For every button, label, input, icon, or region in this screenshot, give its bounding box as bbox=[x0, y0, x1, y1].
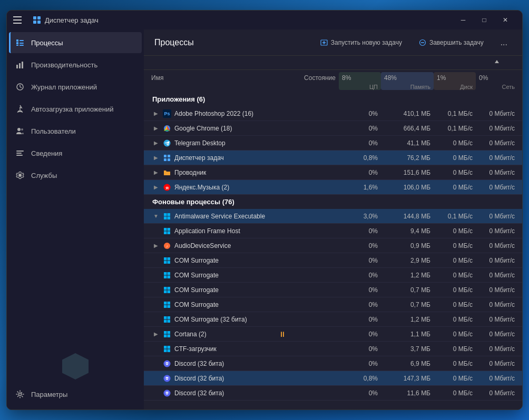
minimize-button[interactable]: ─ bbox=[453, 13, 474, 27]
col-mem-header[interactable]: 48% Память bbox=[381, 72, 434, 90]
col-cpu-header[interactable]: 8% ЦП bbox=[339, 72, 381, 90]
table-row[interactable]: ▶ Я Яндекс.Музыка (2) 1,6% 106,0 МБ 0 МБ… bbox=[144, 180, 522, 195]
table-row[interactable]: ▶ Discord (32 бита) 0,8% bbox=[144, 371, 522, 386]
discord-icon bbox=[163, 359, 171, 368]
svg-rect-0 bbox=[33, 16, 36, 19]
sidebar-item-processes[interactable]: Процессы bbox=[9, 32, 142, 53]
end-task-button[interactable]: Завершить задачу bbox=[415, 37, 488, 48]
table-row[interactable]: ▶ ♪ AudioDeviceService 0% 0,9 МБ 0 МБ/с bbox=[144, 238, 522, 253]
table-row[interactable]: ▶ Discord (32 бита) 0% bbox=[144, 356, 522, 371]
sidebar-label-processes: Процессы bbox=[31, 39, 63, 47]
table-row[interactable]: ▶ COM Surrogate 0% 2,9 bbox=[144, 253, 522, 268]
process-name-cell: ▶ COM Surrogate bbox=[148, 256, 276, 265]
mem-cell: 2,9 МБ bbox=[381, 257, 434, 264]
sidebar-item-users[interactable]: Пользователи bbox=[9, 121, 142, 142]
table-row[interactable]: ▶ Ps Adobe Photoshop 2022 (16) 0% 410,1 … bbox=[144, 106, 522, 121]
svg-rect-55 bbox=[164, 287, 167, 290]
task-manager-window: Диспетчер задач ─ □ ✕ bbox=[6, 10, 523, 410]
hamburger-menu[interactable] bbox=[13, 13, 28, 27]
disk-cell: 0 МБ/с bbox=[434, 286, 476, 294]
expand-icon[interactable]: ▶ bbox=[152, 169, 160, 176]
main-content: Процессы Производительность bbox=[7, 29, 522, 409]
svg-rect-4 bbox=[16, 39, 18, 42]
svg-rect-70 bbox=[168, 334, 171, 337]
mem-cell: 147,3 МБ bbox=[381, 375, 434, 382]
expand-icon[interactable]: ▶ bbox=[152, 242, 160, 249]
col-status-header[interactable]: Состояние bbox=[276, 72, 339, 90]
svg-rect-71 bbox=[164, 346, 167, 349]
svg-rect-7 bbox=[19, 43, 24, 44]
table-row[interactable]: ▶ COM Surrogate 0% 0,7 bbox=[144, 283, 522, 297]
process-table[interactable]: Имя Состояние 8% ЦП 48% Память 1% Диск bbox=[144, 56, 522, 409]
disk-cell: 0 МБ/с bbox=[434, 345, 476, 353]
svg-rect-40 bbox=[168, 216, 171, 219]
close-button[interactable]: ✕ bbox=[495, 13, 516, 27]
net-cell: 0 Мбит/с bbox=[476, 139, 518, 147]
settings-icon bbox=[15, 389, 25, 399]
expand-icon[interactable]: ▶ bbox=[152, 154, 160, 162]
col-name-header[interactable]: Имя bbox=[148, 72, 276, 90]
sidebar-item-apphistory[interactable]: Журнал приложений bbox=[9, 76, 142, 97]
sidebar-label-history: Журнал приложений bbox=[31, 83, 97, 91]
table-row[interactable]: ▶ Google Chrome (18) bbox=[144, 121, 522, 136]
expand-icon[interactable]: ▶ bbox=[152, 125, 160, 132]
table-row[interactable]: ▶ COM Surrogate (32 бита) 0% bbox=[144, 312, 522, 327]
expand-icon[interactable]: ▼ bbox=[152, 213, 160, 220]
process-name-cell: ▶ Ps Adobe Photoshop 2022 (16) bbox=[148, 109, 276, 118]
table-row[interactable]: ▶ Диспетчер задач 0,8% bbox=[144, 151, 522, 165]
process-name-cell: ▶ Telegram Desktop bbox=[148, 139, 276, 147]
process-name-cell: ▶ Диспетчер задач bbox=[148, 154, 276, 162]
table-row[interactable]: ▶ CTF-загрузчик 0% 3,7 bbox=[144, 342, 522, 356]
cpu-cell: 0% bbox=[339, 272, 381, 279]
sidebar-item-services[interactable]: Службы bbox=[9, 165, 142, 186]
mem-cell: 41,1 МБ bbox=[381, 139, 434, 147]
col-disk-header[interactable]: 1% Диск bbox=[434, 72, 476, 90]
svg-rect-3 bbox=[37, 21, 41, 24]
disk-cell: 0,1 МБ/с bbox=[434, 110, 476, 117]
expand-icon[interactable]: ▶ bbox=[152, 184, 160, 191]
svg-point-17 bbox=[21, 128, 23, 131]
table-row[interactable]: ▶ Telegram Desktop 0% 41,1 МБ bbox=[144, 136, 522, 151]
table-row[interactable]: ▶ Проводник 0% 151,6 МБ 0 МБ/с 0 Мбит/с bbox=[144, 165, 522, 180]
table-row[interactable]: ▶ Application Frame Host 0% bbox=[144, 224, 522, 238]
more-options-button[interactable]: ... bbox=[496, 36, 512, 49]
sort-indicator bbox=[476, 58, 518, 67]
users-icon bbox=[15, 126, 25, 136]
background-section-header[interactable]: Фоновые процессы (76) bbox=[144, 195, 522, 209]
disk-cell: 0 МБ/с bbox=[434, 331, 476, 338]
sidebar-item-settings[interactable]: Параметры bbox=[9, 384, 142, 405]
col-net-header[interactable]: 0% Сеть bbox=[476, 72, 518, 90]
svg-rect-43 bbox=[164, 231, 167, 234]
svg-rect-47 bbox=[164, 257, 167, 261]
table-row[interactable]: ▶ COM Surrogate 0% 1,2 bbox=[144, 268, 522, 283]
mem-cell: 11,6 МБ bbox=[381, 389, 434, 397]
svg-rect-53 bbox=[164, 275, 167, 278]
sidebar-item-performance[interactable]: Производительность bbox=[9, 54, 142, 75]
new-task-button[interactable]: Запустить новую задачу bbox=[316, 37, 406, 48]
sidebar-item-startup[interactable]: Автозагрузка приложений bbox=[9, 98, 142, 119]
expand-icon[interactable]: ▶ bbox=[152, 139, 160, 147]
table-row[interactable]: ▶ COM Surrogate 0% 0,7 bbox=[144, 297, 522, 312]
apps-section-header[interactable]: Приложения (6) bbox=[144, 92, 522, 106]
net-cell: 0 Мбит/с bbox=[476, 389, 518, 397]
expand-icon[interactable]: ▶ bbox=[152, 331, 160, 338]
table-row[interactable]: ▶ Discord (32 бита) 0% bbox=[144, 386, 522, 401]
svg-point-16 bbox=[17, 128, 21, 131]
maximize-button[interactable]: □ bbox=[474, 13, 495, 27]
svg-rect-10 bbox=[16, 65, 18, 68]
table-row[interactable]: ▼ Antimalware Service Executable bbox=[144, 209, 522, 224]
taskmgr-icon bbox=[163, 154, 171, 162]
clock-icon bbox=[15, 82, 25, 92]
sidebar: Процессы Производительность bbox=[7, 29, 144, 409]
titlebar: Диспетчер задач ─ □ ✕ bbox=[7, 11, 522, 29]
sidebar-label-settings: Параметры bbox=[31, 391, 67, 398]
net-cell: 0 Мбит/с bbox=[476, 257, 518, 264]
expand-icon[interactable]: ▶ bbox=[152, 110, 160, 117]
cpu-cell: 0% bbox=[339, 360, 381, 367]
table-row[interactable]: ▶ Cortana (2) ⏸ bbox=[144, 327, 522, 342]
sidebar-item-details[interactable]: Сведения bbox=[9, 143, 142, 164]
svg-rect-32 bbox=[168, 155, 170, 157]
process-name-cell: ▶ COM Surrogate bbox=[148, 271, 276, 279]
chart-icon bbox=[15, 60, 25, 69]
svg-rect-54 bbox=[168, 275, 171, 278]
